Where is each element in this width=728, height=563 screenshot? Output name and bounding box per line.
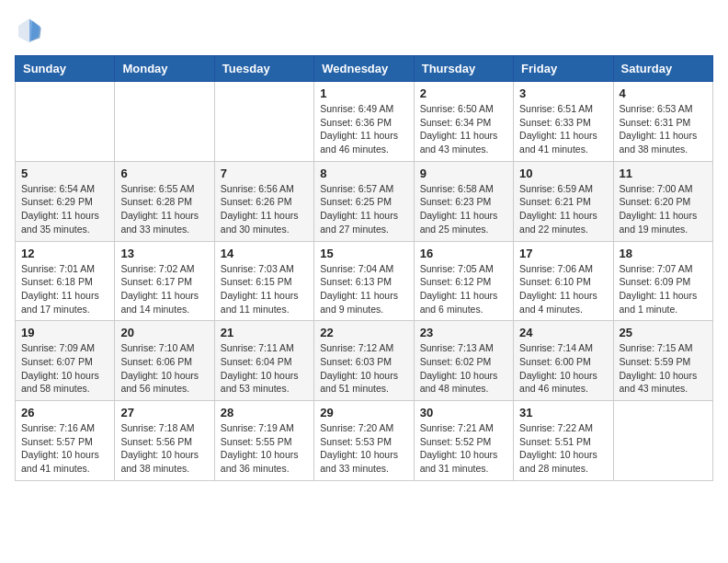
day-info: Sunrise: 6:53 AM Sunset: 6:31 PM Dayligh…: [620, 102, 707, 156]
calendar-table: SundayMondayTuesdayWednesdayThursdayFrid…: [15, 55, 713, 481]
day-header-friday: Friday: [514, 56, 613, 82]
day-info: Sunrise: 7:07 AM Sunset: 6:09 PM Dayligh…: [620, 262, 707, 316]
day-info: Sunrise: 6:58 AM Sunset: 6:23 PM Dayligh…: [420, 182, 507, 236]
day-info: Sunrise: 7:20 AM Sunset: 5:53 PM Dayligh…: [320, 421, 407, 476]
calendar-cell: 18Sunrise: 7:07 AM Sunset: 6:09 PM Dayli…: [613, 241, 712, 321]
day-number: 6: [120, 167, 208, 180]
day-number: 27: [120, 406, 208, 419]
calendar-cell: 12Sunrise: 7:01 AM Sunset: 6:18 PM Dayli…: [16, 241, 115, 321]
day-number: 24: [519, 326, 607, 339]
calendar-cell: 7Sunrise: 6:56 AM Sunset: 6:26 PM Daylig…: [214, 161, 313, 241]
calendar-cell: 26Sunrise: 7:16 AM Sunset: 5:57 PM Dayli…: [16, 401, 115, 481]
day-info: Sunrise: 7:05 AM Sunset: 6:12 PM Dayligh…: [420, 262, 507, 316]
calendar-cell: 24Sunrise: 7:14 AM Sunset: 6:00 PM Dayli…: [514, 321, 613, 401]
day-number: 16: [420, 247, 507, 260]
day-info: Sunrise: 7:13 AM Sunset: 6:02 PM Dayligh…: [420, 341, 507, 396]
day-number: 30: [420, 406, 507, 419]
day-info: Sunrise: 7:16 AM Sunset: 5:57 PM Dayligh…: [21, 421, 108, 476]
calendar-week-row: 12Sunrise: 7:01 AM Sunset: 6:18 PM Dayli…: [16, 241, 713, 321]
calendar-cell: 27Sunrise: 7:18 AM Sunset: 5:56 PM Dayli…: [115, 401, 214, 481]
day-info: Sunrise: 6:59 AM Sunset: 6:21 PM Dayligh…: [519, 182, 607, 236]
day-info: Sunrise: 7:21 AM Sunset: 5:52 PM Dayligh…: [420, 421, 507, 476]
day-info: Sunrise: 6:55 AM Sunset: 6:28 PM Dayligh…: [120, 182, 208, 236]
day-info: Sunrise: 6:56 AM Sunset: 6:26 PM Dayligh…: [221, 182, 308, 236]
calendar-cell: 15Sunrise: 7:04 AM Sunset: 6:13 PM Dayli…: [314, 241, 414, 321]
calendar-week-row: 5Sunrise: 6:54 AM Sunset: 6:29 PM Daylig…: [16, 161, 713, 241]
day-info: Sunrise: 7:02 AM Sunset: 6:17 PM Dayligh…: [120, 262, 208, 316]
day-info: Sunrise: 7:22 AM Sunset: 5:51 PM Dayligh…: [519, 421, 607, 476]
day-number: 2: [420, 86, 507, 100]
calendar-cell: 28Sunrise: 7:19 AM Sunset: 5:55 PM Dayli…: [214, 401, 313, 481]
day-info: Sunrise: 7:04 AM Sunset: 6:13 PM Dayligh…: [320, 262, 407, 316]
calendar-cell: [214, 82, 313, 162]
day-number: 8: [320, 167, 407, 180]
calendar-cell: 2Sunrise: 6:50 AM Sunset: 6:34 PM Daylig…: [414, 82, 513, 162]
day-number: 15: [320, 247, 407, 260]
day-info: Sunrise: 7:10 AM Sunset: 6:06 PM Dayligh…: [120, 341, 208, 396]
calendar-cell: 14Sunrise: 7:03 AM Sunset: 6:15 PM Dayli…: [214, 241, 313, 321]
day-number: 18: [620, 247, 707, 260]
day-info: Sunrise: 7:14 AM Sunset: 6:00 PM Dayligh…: [519, 341, 607, 396]
day-header-saturday: Saturday: [613, 56, 712, 82]
day-number: 26: [21, 406, 108, 419]
calendar-cell: 11Sunrise: 7:00 AM Sunset: 6:20 PM Dayli…: [613, 161, 712, 241]
day-number: 7: [221, 167, 308, 180]
day-info: Sunrise: 7:18 AM Sunset: 5:56 PM Dayligh…: [120, 421, 208, 476]
day-header-monday: Monday: [115, 56, 214, 82]
day-header-tuesday: Tuesday: [214, 56, 313, 82]
calendar-cell: 31Sunrise: 7:22 AM Sunset: 5:51 PM Dayli…: [514, 401, 613, 481]
calendar-header-row: SundayMondayTuesdayWednesdayThursdayFrid…: [16, 56, 713, 82]
calendar-cell: 6Sunrise: 6:55 AM Sunset: 6:28 PM Daylig…: [115, 161, 214, 241]
day-number: 28: [221, 406, 308, 419]
day-number: 4: [620, 86, 707, 100]
day-info: Sunrise: 6:57 AM Sunset: 6:25 PM Dayligh…: [320, 182, 407, 236]
calendar-cell: 13Sunrise: 7:02 AM Sunset: 6:17 PM Dayli…: [115, 241, 214, 321]
day-number: 3: [519, 86, 607, 100]
calendar-cell: [115, 82, 214, 162]
day-number: 19: [21, 326, 108, 339]
calendar-cell: 30Sunrise: 7:21 AM Sunset: 5:52 PM Dayli…: [414, 401, 513, 481]
day-number: 14: [221, 247, 308, 260]
day-header-thursday: Thursday: [414, 56, 513, 82]
calendar-week-row: 19Sunrise: 7:09 AM Sunset: 6:07 PM Dayli…: [16, 321, 713, 401]
day-info: Sunrise: 7:09 AM Sunset: 6:07 PM Dayligh…: [21, 341, 108, 396]
day-number: 20: [120, 326, 208, 339]
day-number: 31: [519, 406, 607, 419]
day-number: 22: [320, 326, 407, 339]
calendar-cell: 17Sunrise: 7:06 AM Sunset: 6:10 PM Dayli…: [514, 241, 613, 321]
calendar-cell: 4Sunrise: 6:53 AM Sunset: 6:31 PM Daylig…: [613, 82, 712, 162]
calendar-week-row: 1Sunrise: 6:49 AM Sunset: 6:36 PM Daylig…: [16, 82, 713, 162]
day-info: Sunrise: 7:11 AM Sunset: 6:04 PM Dayligh…: [221, 341, 308, 396]
calendar-cell: [16, 82, 115, 162]
day-number: 1: [320, 86, 407, 100]
calendar-cell: 22Sunrise: 7:12 AM Sunset: 6:03 PM Dayli…: [314, 321, 414, 401]
calendar-cell: 8Sunrise: 6:57 AM Sunset: 6:25 PM Daylig…: [314, 161, 414, 241]
day-number: 10: [519, 167, 607, 180]
day-info: Sunrise: 6:50 AM Sunset: 6:34 PM Dayligh…: [420, 102, 507, 156]
day-number: 23: [420, 326, 507, 339]
day-number: 17: [519, 247, 607, 260]
day-info: Sunrise: 6:51 AM Sunset: 6:33 PM Dayligh…: [519, 102, 607, 156]
day-info: Sunrise: 7:06 AM Sunset: 6:10 PM Dayligh…: [519, 262, 607, 316]
calendar-week-row: 26Sunrise: 7:16 AM Sunset: 5:57 PM Dayli…: [16, 401, 713, 481]
calendar-cell: 29Sunrise: 7:20 AM Sunset: 5:53 PM Dayli…: [314, 401, 414, 481]
calendar-cell: 25Sunrise: 7:15 AM Sunset: 5:59 PM Dayli…: [613, 321, 712, 401]
calendar-cell: 16Sunrise: 7:05 AM Sunset: 6:12 PM Dayli…: [414, 241, 513, 321]
calendar-cell: 10Sunrise: 6:59 AM Sunset: 6:21 PM Dayli…: [514, 161, 613, 241]
day-number: 25: [620, 326, 707, 339]
logo-icon: [15, 15, 44, 44]
day-info: Sunrise: 7:00 AM Sunset: 6:20 PM Dayligh…: [620, 182, 707, 236]
calendar-cell: 19Sunrise: 7:09 AM Sunset: 6:07 PM Dayli…: [16, 321, 115, 401]
day-number: 11: [620, 167, 707, 180]
day-header-sunday: Sunday: [16, 56, 115, 82]
day-header-wednesday: Wednesday: [314, 56, 414, 82]
calendar-cell: 21Sunrise: 7:11 AM Sunset: 6:04 PM Dayli…: [214, 321, 313, 401]
day-info: Sunrise: 7:01 AM Sunset: 6:18 PM Dayligh…: [21, 262, 108, 316]
day-info: Sunrise: 7:19 AM Sunset: 5:55 PM Dayligh…: [221, 421, 308, 476]
day-info: Sunrise: 7:03 AM Sunset: 6:15 PM Dayligh…: [221, 262, 308, 316]
calendar-cell: [613, 401, 712, 481]
day-number: 12: [21, 247, 108, 260]
calendar-cell: 9Sunrise: 6:58 AM Sunset: 6:23 PM Daylig…: [414, 161, 513, 241]
day-number: 13: [120, 247, 208, 260]
calendar-cell: 5Sunrise: 6:54 AM Sunset: 6:29 PM Daylig…: [16, 161, 115, 241]
